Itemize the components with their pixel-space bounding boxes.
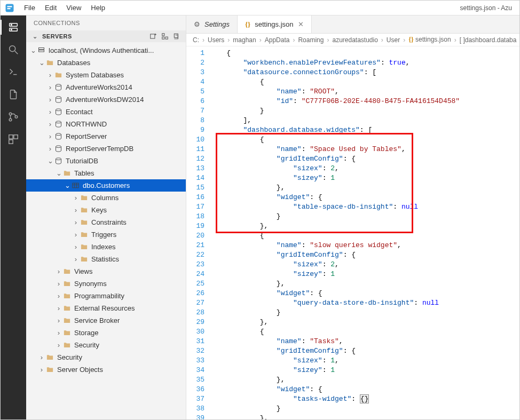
storage-node[interactable]: ›Storage bbox=[26, 327, 186, 339]
breadcrumb-item[interactable]: Users bbox=[208, 36, 224, 44]
twisty-icon: › bbox=[55, 280, 62, 288]
editor-area: ⚙ Settings {} settings.json ✕ C:›Users›m… bbox=[186, 15, 519, 419]
json-icon: {} bbox=[245, 20, 250, 29]
extensions-activity-icon[interactable] bbox=[6, 132, 21, 147]
search-activity-icon[interactable] bbox=[6, 42, 21, 57]
svc_broker-node[interactable]: ›Service Broker bbox=[26, 314, 186, 327]
keys-node[interactable]: ›Keys bbox=[26, 204, 186, 216]
views-node[interactable]: ›Views bbox=[26, 265, 186, 278]
node-icon bbox=[80, 243, 88, 251]
ext_res-node[interactable]: ›External Resources bbox=[26, 302, 186, 314]
svg-rect-11 bbox=[9, 135, 13, 139]
code-content[interactable]: { "workbench.enablePreviewFeatures": tru… bbox=[210, 46, 519, 419]
tree-label: Statistics bbox=[91, 255, 119, 263]
tree-label: dbo.Customers bbox=[83, 181, 130, 189]
node-icon bbox=[54, 132, 62, 141]
new-group-icon[interactable] bbox=[161, 33, 169, 40]
breadcrumb-item[interactable]: maghan bbox=[233, 36, 256, 44]
reportservertemp-node[interactable]: ›ReportServerTempDB bbox=[26, 142, 186, 155]
menu-edit[interactable]: Edit bbox=[41, 2, 61, 13]
tree-label: Indexes bbox=[91, 243, 116, 251]
code-editor[interactable]: 1234567891011121314151617181920212223242… bbox=[186, 46, 519, 419]
security_srv-node[interactable]: ›Security bbox=[26, 351, 186, 363]
statistics-node[interactable]: ›Statistics bbox=[26, 253, 186, 265]
tree-label: Econtact bbox=[66, 108, 93, 116]
aw2014-node[interactable]: ›AdventureWorks2014 bbox=[26, 81, 186, 93]
sys_dbs-node[interactable]: ›System Databases bbox=[26, 69, 186, 81]
svg-point-9 bbox=[9, 118, 12, 121]
app-icon bbox=[5, 3, 14, 13]
menu-file[interactable]: File bbox=[20, 2, 40, 13]
tree-label: Triggers bbox=[91, 231, 116, 239]
triggers-node[interactable]: ›Triggers bbox=[26, 228, 186, 241]
collapse-all-icon[interactable] bbox=[173, 33, 180, 40]
node-icon bbox=[62, 341, 71, 350]
columns-node[interactable]: ›Columns bbox=[26, 192, 186, 204]
twisty-icon: › bbox=[55, 267, 62, 275]
activity-bar bbox=[1, 15, 26, 419]
menu-help[interactable]: Help bbox=[86, 2, 109, 13]
twisty-icon: › bbox=[55, 304, 62, 312]
awdw2014-node[interactable]: ›AdventureWorksDW2014 bbox=[26, 93, 186, 106]
tree-label: AdventureWorksDW2014 bbox=[66, 96, 144, 104]
svg-point-8 bbox=[9, 113, 12, 115]
breadcrumb-item[interactable]: {} settings.json bbox=[408, 36, 451, 44]
reportserver-node[interactable]: ›ReportServer bbox=[26, 130, 186, 142]
tree-label: Columns bbox=[91, 194, 119, 202]
breadcrumb-item[interactable]: [ ]dashboard.databa bbox=[460, 36, 517, 44]
svg-rect-28 bbox=[72, 183, 78, 188]
server_objects-node[interactable]: ›Server Objects bbox=[26, 363, 186, 376]
svg-rect-19 bbox=[38, 48, 44, 50]
new-connection-icon[interactable] bbox=[149, 33, 157, 40]
twisty-icon: › bbox=[55, 292, 62, 300]
breadcrumb-item[interactable]: Roaming bbox=[298, 36, 324, 44]
twisty-icon: › bbox=[72, 243, 80, 251]
svg-rect-13 bbox=[9, 140, 13, 144]
breadcrumb-item[interactable]: C: bbox=[193, 36, 199, 44]
econtact-node[interactable]: ›Econtact bbox=[26, 106, 186, 118]
close-icon[interactable]: ✕ bbox=[298, 20, 304, 28]
northwnd-node[interactable]: ›NORTHWND bbox=[26, 118, 186, 130]
breadcrumb-item[interactable]: AppData bbox=[265, 36, 290, 44]
node-icon bbox=[62, 280, 71, 288]
node-icon bbox=[62, 292, 71, 300]
synonyms-node[interactable]: ›Synonyms bbox=[26, 278, 186, 290]
window-title: settings.json - Azu bbox=[460, 4, 512, 12]
twisty-icon: › bbox=[72, 206, 80, 214]
servers-activity-icon[interactable] bbox=[6, 20, 21, 35]
node-icon bbox=[80, 206, 88, 215]
svg-rect-12 bbox=[14, 135, 18, 139]
node-icon bbox=[54, 157, 62, 165]
breadcrumb-item[interactable]: azuredatastudio bbox=[332, 36, 377, 44]
twisty-icon: › bbox=[46, 145, 54, 153]
indexes-node[interactable]: ›Indexes bbox=[26, 241, 186, 253]
source-control-activity-icon[interactable] bbox=[6, 109, 21, 124]
explorer-activity-icon[interactable] bbox=[6, 87, 21, 102]
line-gutter: 1234567891011121314151617181920212223242… bbox=[186, 46, 210, 419]
dbo-customers-node[interactable]: ⌄dbo.Customers bbox=[26, 179, 186, 192]
constraints-node[interactable]: ›Constraints bbox=[26, 216, 186, 228]
databases-node[interactable]: ⌄Databases bbox=[26, 57, 186, 69]
servers-section-header[interactable]: ⌄ SERVERS bbox=[26, 30, 186, 42]
node-icon bbox=[62, 316, 71, 325]
terminal-activity-icon[interactable] bbox=[6, 65, 21, 80]
tree-label: External Resources bbox=[74, 304, 135, 312]
section-label: SERVERS bbox=[42, 33, 72, 39]
node-icon bbox=[45, 59, 54, 67]
programmability-node[interactable]: ›Programmability bbox=[26, 290, 186, 302]
svg-rect-15 bbox=[162, 34, 164, 36]
tab-settings[interactable]: ⚙ Settings bbox=[186, 15, 238, 33]
menu-view[interactable]: View bbox=[62, 2, 85, 13]
node-icon bbox=[62, 329, 71, 337]
twisty-icon: › bbox=[46, 108, 54, 116]
tutorialdb-node[interactable]: ⌄TutorialDB bbox=[26, 155, 186, 167]
tab-settings-json[interactable]: {} settings.json ✕ bbox=[238, 15, 312, 33]
breadcrumbs[interactable]: C:›Users›maghan›AppData›Roaming›azuredat… bbox=[186, 34, 519, 46]
security_db-node[interactable]: ›Security bbox=[26, 339, 186, 351]
breadcrumb-item[interactable]: User bbox=[387, 36, 400, 44]
sidebar-title: CONNECTIONS bbox=[26, 15, 186, 30]
tree-label: Storage bbox=[74, 329, 99, 337]
server-node[interactable]: ⌄localhost, (Windows Authenticati... bbox=[26, 44, 186, 57]
tables-node[interactable]: ⌄Tables bbox=[26, 167, 186, 179]
svg-rect-16 bbox=[162, 37, 164, 39]
